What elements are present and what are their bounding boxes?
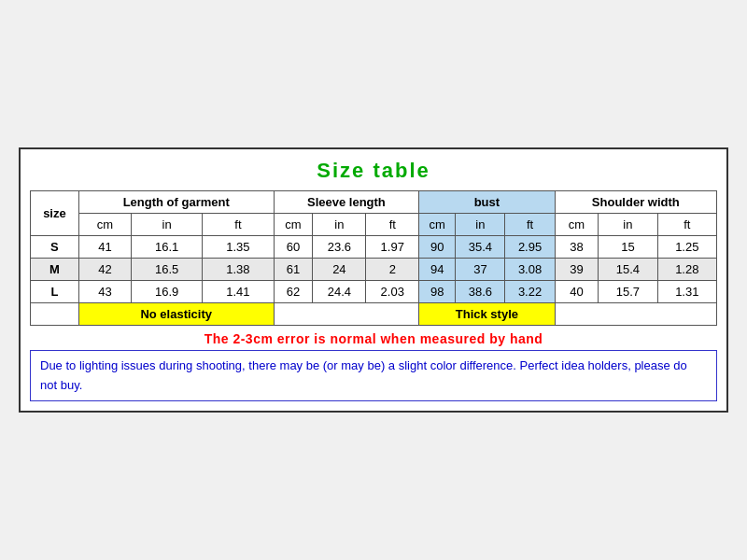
thick-style-badge: Thick style: [419, 302, 555, 325]
bust-cm: cm: [419, 213, 456, 235]
size-table-container: Size table size Length of garment Sleeve…: [19, 147, 728, 413]
shoulder-value: 15.4: [599, 258, 657, 280]
sleeve-value: 23.6: [313, 235, 366, 258]
sleeve-value: 60: [274, 235, 313, 258]
bust-value: 3.08: [505, 258, 555, 280]
table-row: M4216.51.386124294373.083915.41.28: [31, 258, 717, 280]
length-value: 43: [78, 280, 131, 302]
bust-header: bust: [419, 190, 555, 213]
size-header: size: [31, 190, 79, 235]
shoulder-value: 1.31: [657, 280, 716, 302]
size-cell: S: [31, 235, 79, 258]
bust-value: 2.95: [505, 235, 555, 258]
sleeve-value: 24: [313, 258, 366, 280]
bust-value: 37: [456, 258, 505, 280]
sleeve-cm: cm: [274, 213, 313, 235]
error-note: The 2-3cm error is normal when measured …: [30, 331, 717, 346]
badges-shoulder-empty: [555, 302, 716, 325]
length-value: 1.41: [203, 280, 274, 302]
size-cell: M: [31, 258, 79, 280]
badges-size-empty: [31, 302, 79, 325]
length-value: 16.1: [132, 235, 203, 258]
bust-value: 35.4: [456, 235, 505, 258]
sleeve-value: 24.4: [313, 280, 366, 302]
shoulder-ft: ft: [657, 213, 716, 235]
length-cm: cm: [78, 213, 131, 235]
size-table: size Length of garment Sleeve length bus…: [30, 190, 717, 326]
page-title: Size table: [30, 159, 717, 183]
length-value: 16.9: [132, 280, 203, 302]
bust-value: 90: [419, 235, 456, 258]
length-header: Length of garment: [78, 190, 274, 213]
shoulder-value: 40: [555, 280, 599, 302]
length-value: 16.5: [132, 258, 203, 280]
bust-value: 38.6: [456, 280, 505, 302]
length-value: 1.38: [203, 258, 274, 280]
length-value: 1.35: [203, 235, 274, 258]
table-row: S4116.11.356023.61.979035.42.9538151.25: [31, 235, 717, 258]
shoulder-value: 38: [555, 235, 599, 258]
bust-value: 98: [419, 280, 456, 302]
units-row: cm in ft cm in ft cm in ft cm in ft: [31, 213, 717, 235]
shoulder-value: 39: [555, 258, 599, 280]
sleeve-value: 61: [274, 258, 313, 280]
bust-value: 3.22: [505, 280, 555, 302]
shoulder-value: 1.25: [657, 235, 716, 258]
disclaimer: Due to lighting issues during shooting, …: [30, 350, 717, 402]
sleeve-ft: ft: [366, 213, 419, 235]
length-value: 42: [78, 258, 131, 280]
shoulder-in: in: [599, 213, 657, 235]
no-elasticity-badge: No elasticity: [78, 302, 274, 325]
length-in: in: [132, 213, 203, 235]
sleeve-in: in: [313, 213, 366, 235]
shoulder-cm: cm: [555, 213, 599, 235]
bust-in: in: [456, 213, 505, 235]
length-value: 41: [78, 235, 131, 258]
shoulder-value: 15: [599, 235, 657, 258]
badges-sleeve-empty: [274, 302, 419, 325]
sleeve-value: 1.97: [366, 235, 419, 258]
shoulder-value: 1.28: [657, 258, 716, 280]
sleeve-value: 2.03: [366, 280, 419, 302]
bust-ft: ft: [505, 213, 555, 235]
sleeve-header: Sleeve length: [274, 190, 419, 213]
shoulder-value: 15.7: [599, 280, 657, 302]
shoulder-header: Shoulder width: [555, 190, 716, 213]
length-ft: ft: [203, 213, 274, 235]
badges-row: No elasticity Thick style: [31, 302, 717, 325]
sleeve-value: 2: [366, 258, 419, 280]
table-row: L4316.91.416224.42.039838.63.224015.71.3…: [31, 280, 717, 302]
bust-value: 94: [419, 258, 456, 280]
size-cell: L: [31, 280, 79, 302]
sleeve-value: 62: [274, 280, 313, 302]
